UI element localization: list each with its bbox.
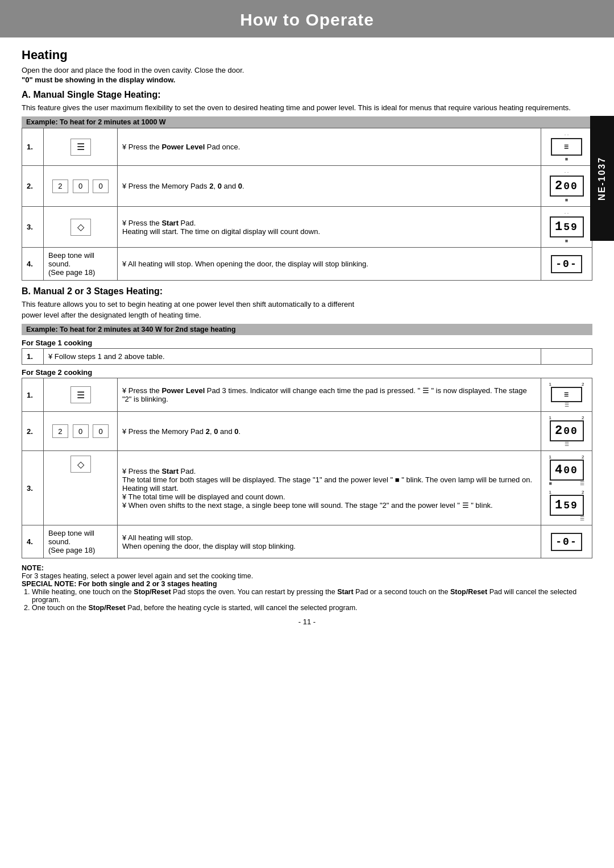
- heating-title: Heating: [22, 48, 592, 62]
- display-cell: · · 159 ■: [541, 207, 592, 248]
- table-row: 4. Beep tone will sound.(See page 18) ¥ …: [22, 248, 592, 281]
- list-item: While heating, one touch on the Stop/Res…: [32, 588, 592, 604]
- stage1-label: For Stage 1 cooking: [22, 339, 592, 347]
- display-zero-a: -0-: [551, 255, 582, 273]
- content-area: NE-1037 Heating Open the door and place …: [0, 48, 614, 637]
- list-item: One touch on the Stop/Reset Pad, before …: [32, 604, 592, 612]
- heating-bold-note: "0" must be showing in the display windo…: [22, 76, 592, 84]
- section-a-table: 1. ☰ ¥ Press the Power Level Pad once. ·…: [22, 128, 592, 281]
- desc-cell: ¥ Press the Start Pad. Heating will star…: [118, 207, 541, 248]
- desc-cell: ¥ All heating will stop. When opening th…: [118, 248, 541, 281]
- stage1-table: 1. ¥ Follow steps 1 and 2 above table.: [22, 348, 592, 365]
- pad-cell: ◇: [44, 451, 118, 525]
- pad-2: 2: [52, 180, 68, 193]
- pad-cell: ☰: [44, 378, 118, 412]
- beep-cell: Beep tone will sound.(See page 18): [44, 248, 118, 281]
- desc-cell: ¥ Press the Start Pad. The total time fo…: [118, 451, 541, 525]
- desc-cell: ¥ All heating will stop. When opening th…: [118, 525, 541, 558]
- display-cell: 12 400 ■☰ 12 159 ☰: [541, 451, 592, 525]
- step-num: 1.: [22, 349, 44, 365]
- section-b-desc2: power level after the designated length …: [22, 311, 592, 319]
- desc-cell: ¥ Press the Power Level Pad once.: [118, 128, 541, 166]
- desc-cell: ¥ Follow steps 1 and 2 above table.: [44, 349, 541, 365]
- stage2-table: 1. ☰ ¥ Press the Power Level Pad 3 times…: [22, 378, 592, 558]
- table-row: 2. 2 0 0 ¥ Press the Memory Pad 2, 0 and…: [22, 412, 592, 451]
- display-200: 200: [550, 176, 584, 197]
- beep-cell: Beep tone will sound.(See page 18): [44, 525, 118, 558]
- display-cell: -0-: [541, 248, 592, 281]
- step-num: 4.: [22, 248, 44, 281]
- pad-2b: 2: [52, 424, 68, 438]
- desc-cell: ¥ Press the Power Level Pad 3 times. Ind…: [118, 378, 541, 412]
- note-section: NOTE: For 3 stages heating, select a pow…: [22, 564, 592, 612]
- section-a-desc: This feature gives the user maximum flex…: [22, 103, 592, 112]
- model-tab: NE-1037: [590, 116, 614, 241]
- start-pad-icon: ◇: [70, 219, 91, 236]
- table-row: 1. ☰ ¥ Press the Power Level Pad 3 times…: [22, 378, 592, 412]
- section-b-desc1: This feature allows you to set to begin …: [22, 300, 592, 308]
- example-bar-b: Example: To heat for 2 minutes at 340 W …: [22, 324, 592, 335]
- display-stage2-idle: ☰: [551, 387, 582, 402]
- section-a-title: A. Manual Single Stage Heating:: [22, 90, 592, 100]
- table-row: 4. Beep tone will sound.(See page 18) ¥ …: [22, 525, 592, 558]
- pad-0a: 0: [73, 180, 89, 193]
- pad-cell: 2 0 0: [44, 412, 118, 451]
- display-cell: [541, 349, 592, 365]
- pad-0c: 0: [73, 424, 89, 438]
- step-num: 4.: [22, 525, 44, 558]
- stage2-label: For Stage 2 cooking: [22, 368, 592, 377]
- special-note: SPECIAL NOTE: For both single and 2 or 3…: [22, 580, 592, 588]
- table-row: 3. ◇ ¥ Press the Start Pad. The total ti…: [22, 451, 592, 525]
- step-num: 2.: [22, 412, 44, 451]
- desc-cell: ¥ Press the Memory Pads 2, 0 and 0.: [118, 166, 541, 207]
- pad-cell: ☰: [44, 128, 118, 166]
- example-bar-a: Example: To heat for 2 minutes at 1000 W: [22, 116, 592, 128]
- step-num: 1.: [22, 128, 44, 166]
- display-159: 159: [550, 216, 584, 237]
- table-row: 1. ¥ Follow steps 1 and 2 above table.: [22, 349, 592, 365]
- heating-intro: Open the door and place the food in the …: [22, 66, 592, 74]
- power-level-pad-icon: ☰: [70, 139, 91, 156]
- note-label: NOTE:: [22, 564, 44, 572]
- step-num: 3.: [22, 451, 44, 525]
- display-159-b: 159: [550, 495, 584, 516]
- table-row: 1. ☰ ¥ Press the Power Level Pad once. ·…: [22, 128, 592, 166]
- note-text: For 3 stages heating, select a power lev…: [22, 572, 253, 580]
- pad-0b: 0: [93, 180, 109, 193]
- display-box: ☰: [551, 138, 582, 156]
- step-num: 3.: [22, 207, 44, 248]
- pad-cell: 2 0 0: [44, 166, 118, 207]
- note-list: While heating, one touch on the Stop/Res…: [32, 588, 592, 612]
- section-b-title: B. Manual 2 or 3 Stages Heating:: [22, 286, 592, 297]
- power-level-pad-icon-b: ☰: [70, 386, 91, 403]
- start-pad-icon-b: ◇: [70, 456, 91, 473]
- table-row: 3. ◇ ¥ Press the Start Pad. Heating will…: [22, 207, 592, 248]
- display-400: 400: [550, 460, 584, 481]
- pad-cell: ◇: [44, 207, 118, 248]
- page-number: - 11 -: [22, 617, 592, 626]
- display-cell: · · ☰ ■: [541, 128, 592, 166]
- page-title: How to Operate: [0, 10, 614, 30]
- display-cell: -0-: [541, 525, 592, 558]
- step-num: 2.: [22, 166, 44, 207]
- desc-cell: ¥ Press the Memory Pad 2, 0 and 0.: [118, 412, 541, 451]
- step-num: 1.: [22, 378, 44, 412]
- display-cell: 12 ☰ ☰: [541, 378, 592, 412]
- display-cell: 12 200 ☰: [541, 412, 592, 451]
- table-row: 2. 2 0 0 ¥ Press the Memory Pads 2, 0 an…: [22, 166, 592, 207]
- page-title-bar: How to Operate: [0, 0, 614, 37]
- display-cell: · · 200 ■: [541, 166, 592, 207]
- pad-0d: 0: [93, 424, 109, 438]
- display-200-b: 200: [550, 420, 584, 441]
- display-zero-b: -0-: [551, 533, 582, 551]
